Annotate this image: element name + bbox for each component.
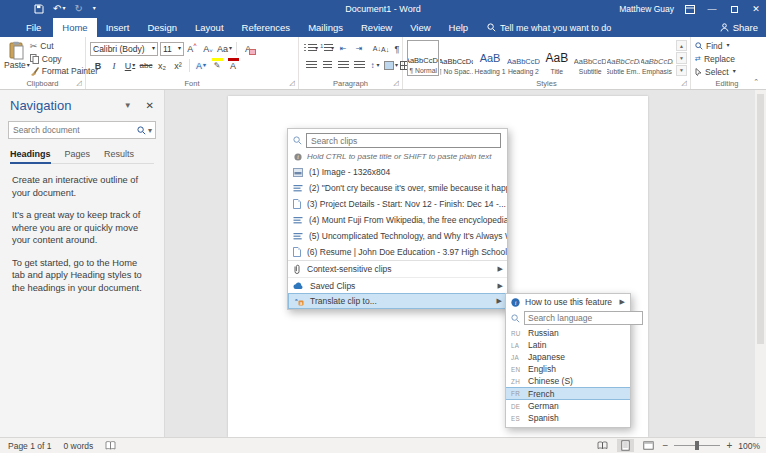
tab-review[interactable]: Review: [352, 18, 401, 37]
language-german[interactable]: DEGerman: [506, 400, 630, 412]
clipboard-dialog-launcher-icon[interactable]: ◿: [75, 79, 83, 87]
select-button[interactable]: Select: [695, 66, 760, 77]
nav-tab-headings[interactable]: Headings: [10, 149, 51, 159]
tab-insert[interactable]: Insert: [97, 18, 139, 37]
find-button[interactable]: Find: [695, 40, 760, 51]
styles-scroll-up-icon[interactable]: ▲: [676, 40, 687, 51]
decrease-indent-button[interactable]: [336, 42, 350, 56]
save-icon[interactable]: [34, 4, 44, 14]
web-layout-button[interactable]: [640, 439, 657, 452]
minimize-button[interactable]: —: [706, 3, 718, 15]
style-no-spacing[interactable]: AaBbCcDc¶ No Spac...: [440, 40, 472, 76]
numbering-button[interactable]: [320, 42, 334, 56]
style-emphasis[interactable]: AaBbCcDiEmphasis: [641, 40, 673, 76]
clip-item[interactable]: (2) "Don't cry because it's over, smile …: [288, 180, 507, 196]
zoom-slider-thumb[interactable]: [695, 441, 699, 450]
clip-item[interactable]: (1) Image - 1326x804: [288, 164, 507, 180]
font-dialog-launcher-icon[interactable]: ◿: [288, 79, 296, 87]
share-button[interactable]: Share: [720, 18, 758, 37]
tab-file[interactable]: File: [14, 18, 53, 37]
shading-button[interactable]: [384, 59, 398, 73]
proofing-icon[interactable]: [105, 441, 116, 450]
clip-item[interactable]: (6) Resume | John Doe Education - 3.97 H…: [288, 244, 507, 260]
font-size-combo[interactable]: 11: [160, 42, 184, 56]
zoom-slider[interactable]: [674, 445, 720, 446]
navigation-close-icon[interactable]: ✕: [146, 100, 154, 111]
style-subtitle[interactable]: AaBbCcDSubtitle: [574, 40, 606, 76]
bold-button[interactable]: B: [91, 59, 105, 73]
align-right-button[interactable]: [336, 59, 350, 73]
font-family-combo[interactable]: Calibri (Body): [90, 42, 158, 56]
line-spacing-button[interactable]: [368, 59, 382, 73]
word-count[interactable]: 0 words: [63, 441, 93, 451]
zoom-in-button[interactable]: +: [726, 440, 732, 451]
paste-button[interactable]: Paste: [4, 40, 30, 77]
zoom-level[interactable]: 100%: [738, 441, 760, 451]
language-search-input[interactable]: [524, 311, 643, 325]
shrink-font-button[interactable]: A: [201, 42, 215, 56]
replace-button[interactable]: ⇄Replace: [695, 53, 760, 64]
collapse-ribbon-icon[interactable]: ⌃: [753, 78, 759, 86]
zoom-out-button[interactable]: −: [663, 440, 669, 451]
read-mode-button[interactable]: [594, 439, 611, 452]
change-case-button[interactable]: Aa: [217, 42, 232, 56]
clear-formatting-button[interactable]: A: [241, 42, 255, 56]
style-subtle-emphasis[interactable]: AaBbCcDiSubtle Em...: [607, 40, 639, 76]
highlight-color-button[interactable]: ✎: [210, 59, 224, 73]
undo-icon[interactable]: ↶: [53, 4, 65, 14]
language-chinese[interactable]: ZHChinese (S): [506, 375, 630, 387]
styles-gallery-expand-icon[interactable]: ▼: [676, 65, 687, 76]
vertical-scrollbar[interactable]: [755, 90, 766, 437]
account-name[interactable]: Matthew Guay: [619, 4, 674, 14]
ribbon-display-options-icon[interactable]: [684, 3, 696, 15]
subscript-button[interactable]: x₂: [155, 59, 169, 73]
bullets-button[interactable]: [304, 42, 318, 56]
translate-clip-item[interactable]: ᵃa Translate clip to... ▶: [288, 293, 507, 309]
language-russian[interactable]: RURussian: [506, 327, 630, 339]
how-to-use-item[interactable]: i How to use this feature ▶: [506, 294, 630, 310]
language-english[interactable]: ENEnglish: [506, 363, 630, 375]
navigation-search[interactable]: ▾: [8, 121, 156, 139]
context-sensitive-clips-item[interactable]: Context-sensitive clips ▶: [288, 261, 507, 277]
customize-qat-icon[interactable]: [92, 6, 96, 12]
text-effects-button[interactable]: A: [194, 59, 208, 73]
nav-tab-results[interactable]: Results: [104, 149, 134, 159]
tab-home[interactable]: Home: [53, 18, 96, 37]
increase-indent-button[interactable]: [352, 42, 366, 56]
language-latin[interactable]: LALatin: [506, 339, 630, 351]
clip-item[interactable]: (5) Uncomplicated Technology, and Why It…: [288, 228, 507, 244]
tab-layout[interactable]: Layout: [186, 18, 233, 37]
justify-button[interactable]: [352, 59, 366, 73]
show-formatting-button[interactable]: [390, 42, 404, 56]
grow-font-button[interactable]: A: [185, 42, 199, 56]
search-options-chevron-icon[interactable]: ▾: [148, 126, 152, 135]
tab-view[interactable]: View: [401, 18, 439, 37]
style-heading-1[interactable]: AaBHeading 1: [474, 40, 506, 76]
tab-help[interactable]: Help: [440, 18, 478, 37]
font-color-button[interactable]: A: [226, 59, 240, 73]
language-spanish[interactable]: ESSpanish: [506, 412, 630, 424]
saved-clips-item[interactable]: Saved Clips ▶: [288, 277, 507, 293]
style-title[interactable]: AaBTitle: [541, 40, 573, 76]
language-japanese[interactable]: JAJapanese: [506, 351, 630, 363]
style-heading-2[interactable]: AaBbCcDHeading 2: [507, 40, 539, 76]
clip-item[interactable]: (4) Mount Fuji From Wikipedia, the free …: [288, 212, 507, 228]
language-french[interactable]: FRFrench: [506, 387, 630, 400]
styles-dialog-launcher-icon[interactable]: ◿: [680, 79, 688, 87]
style-normal[interactable]: AaBbCcDc¶ Normal: [407, 40, 439, 76]
underline-button[interactable]: U: [123, 59, 137, 73]
close-button[interactable]: ✕: [750, 3, 762, 15]
superscript-button[interactable]: x²: [171, 59, 185, 73]
sort-button[interactable]: [374, 42, 388, 56]
tab-references[interactable]: References: [233, 18, 300, 37]
italic-button[interactable]: I: [107, 59, 121, 73]
tab-design[interactable]: Design: [138, 18, 186, 37]
navigation-search-input[interactable]: [9, 125, 137, 135]
nav-tab-pages[interactable]: Pages: [65, 149, 91, 159]
tell-me-search[interactable]: Tell me what you want to do: [487, 18, 611, 37]
page-count[interactable]: Page 1 of 1: [8, 441, 51, 451]
redo-icon[interactable]: ↻: [74, 4, 82, 14]
scrollbar-thumb[interactable]: [757, 94, 764, 344]
print-layout-button[interactable]: [617, 439, 634, 452]
clips-search-input[interactable]: [306, 133, 501, 148]
